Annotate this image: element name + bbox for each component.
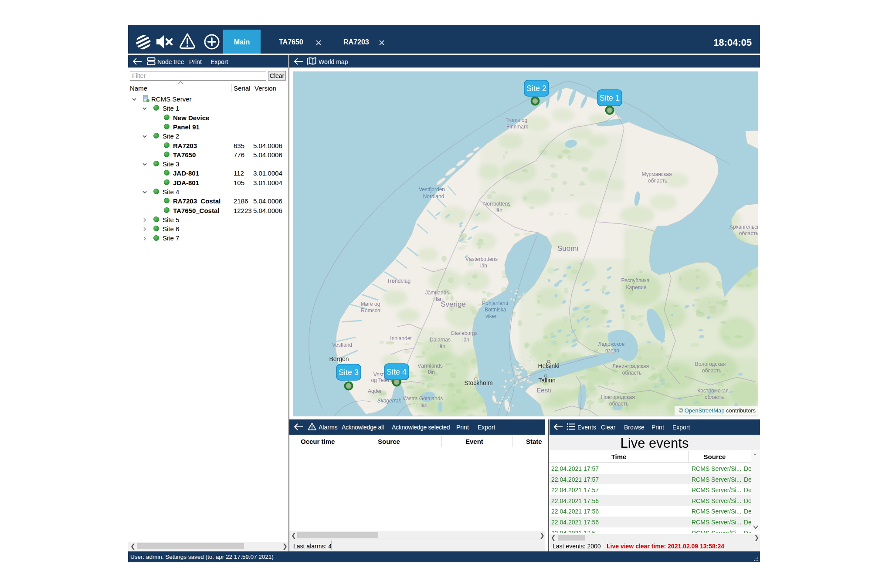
svg-text:Новгородская: Новгородская [601, 394, 635, 400]
svg-text:область: область [609, 401, 628, 407]
svg-text:Site 2: Site 2 [526, 84, 546, 93]
svg-text:Карелия: Карелия [626, 284, 647, 291]
svg-text:Site 4: Site 4 [387, 368, 407, 376]
svg-text:Ладожское: Ладожское [598, 341, 625, 347]
svg-text:Finnmark: Finnmark [506, 124, 529, 130]
svg-text:län: län [428, 369, 435, 375]
svg-text:область: область [702, 368, 721, 374]
svg-text:viken: viken [485, 313, 498, 319]
svg-text:область: область [622, 370, 641, 376]
svg-text:Trøndelag: Trøndelag [387, 278, 411, 284]
svg-text:Вологодская: Вологодская [695, 361, 726, 367]
svg-text:Jämtlands: Jämtlands [425, 290, 449, 296]
svg-text:Skagerrak: Skagerrak [377, 398, 402, 404]
svg-text:Stockholm: Stockholm [464, 379, 492, 386]
svg-text:Innlandet: Innlandet [390, 335, 412, 341]
svg-text:Västra Götalands: Västra Götalands [403, 395, 443, 402]
svg-text:Helsinki: Helsinki [538, 362, 559, 369]
svg-text:Norrbottens: Norrbottens [483, 201, 511, 207]
svg-text:Vestfjorden: Vestfjorden [419, 186, 445, 193]
svg-text:Tallinn: Tallinn [538, 377, 556, 384]
svg-text:Dalarnas: Dalarnas [430, 337, 451, 343]
svg-text:Bergen: Bergen [329, 355, 349, 362]
svg-text:län: län [421, 402, 428, 408]
svg-text:озеро: озеро [605, 348, 619, 354]
svg-text:Eesti: Eesti [536, 386, 551, 394]
svg-text:область: область [648, 178, 667, 184]
svg-text:Pohjanlahti: Pohjanlahti [482, 300, 508, 306]
svg-text:Site 3: Site 3 [339, 368, 359, 377]
svg-text:Nordland: Nordland [423, 193, 444, 199]
svg-text:län: län [495, 207, 502, 213]
svg-text:Республика: Республика [621, 277, 649, 284]
svg-text:Мурманская: Мурманская [642, 171, 672, 177]
svg-text:Gävleborgs: Gävleborgs [451, 330, 477, 336]
svg-text:Site 1: Site 1 [600, 94, 620, 102]
svg-text:Romsdal: Romsdal [361, 308, 381, 314]
svg-text:Vestland: Vestland [332, 342, 352, 348]
svg-text:Sverige: Sverige [441, 300, 466, 308]
svg-text:область: область [705, 394, 724, 400]
svg-text:Västerbottens: Västerbottens [465, 256, 498, 262]
svg-text:- Bottniska: - Bottniska [482, 307, 506, 313]
svg-text:Костромская: Костромская [697, 388, 728, 394]
svg-text:Suomi: Suomi [557, 244, 578, 253]
svg-text:область: область [739, 230, 758, 237]
svg-text:län: län [462, 337, 469, 343]
svg-text:Värmlands: Värmlands [417, 363, 442, 369]
svg-text:Troms og: Troms og [506, 117, 527, 123]
svg-text:Ленинградская: Ленинградская [612, 363, 649, 369]
svg-text:län: län [438, 343, 445, 349]
svg-text:Møre og: Møre og [361, 301, 380, 307]
svg-text:Agder: Agder [368, 388, 382, 394]
svg-text:Архангельская: Архангельская [730, 224, 758, 230]
svg-text:län: län [480, 263, 487, 269]
svg-text:© OpenStreetMap contributors: © OpenStreetMap contributors [679, 407, 756, 414]
